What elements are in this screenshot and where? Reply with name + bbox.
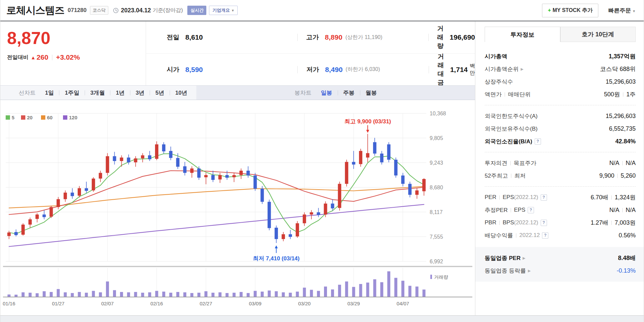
divider: [511, 208, 511, 212]
svg-text:20: 20: [27, 115, 33, 120]
svg-text:최고 9,900 (03/31): 최고 9,900 (03/31): [344, 118, 391, 125]
info-label: 투자의견목표주가: [485, 159, 536, 167]
divider: [516, 233, 516, 238]
page-header: 로체시스템즈 071280 코스닥 2023.04.12 기준(장마감) 실시간…: [0, 0, 644, 21]
quick-order-dropdown[interactable]: 빠른주문▼: [608, 7, 636, 14]
svg-text:02/07: 02/07: [101, 301, 114, 306]
tab-period-1[interactable]: 1주일: [65, 89, 79, 97]
divider: [499, 195, 500, 200]
divider: [52, 55, 52, 60]
investment-rows: 시가총액1,357억원시가총액순위▶코스닥 688위상장주식수15,296,60…: [485, 50, 636, 282]
info-value: 9,9005,260: [599, 172, 636, 179]
info-row: 외국인보유주식수(B)6,552,735: [485, 122, 636, 135]
info-value: 8.48배: [618, 254, 636, 262]
svg-text:03/29: 03/29: [347, 301, 360, 306]
info-row: PEREPS(2022.12)?6.70배1,324원: [485, 191, 636, 204]
divider: [622, 161, 623, 165]
tab-candle-2[interactable]: 월봉: [366, 89, 377, 97]
svg-text:02/27: 02/27: [200, 301, 212, 306]
tab-invest-info[interactable]: 투자정보: [485, 27, 560, 42]
change-label: 전일대비: [7, 54, 28, 61]
trade-value-unit: 백만: [470, 63, 475, 77]
company-overview-dropdown[interactable]: 기업개요▼: [209, 6, 238, 15]
svg-text:거래량: 거래량: [434, 274, 448, 280]
tab-period-4[interactable]: 3년: [136, 89, 144, 97]
info-label[interactable]: 시가총액순위▶: [485, 65, 523, 73]
svg-text:120: 120: [69, 115, 77, 120]
quote-date-suffix: 기준(장마감): [153, 7, 183, 14]
help-icon[interactable]: ?: [541, 194, 547, 201]
volume-value: 196,690: [450, 33, 475, 41]
info-label: PBRBPS(2022.12)?: [485, 219, 547, 226]
realtime-badge[interactable]: 실시간: [187, 6, 206, 15]
svg-text:최저 7,410 (03/14): 최저 7,410 (03/14): [253, 255, 300, 262]
industry-compare-block: 동일업종 PER▶8.48배동일업종 등락률▶-0.13%: [475, 247, 644, 282]
summary-row-2: 시가 8,590 저가 8,490 (하한가 6,030) 거래대금 1,714…: [146, 53, 475, 85]
chevron-right-icon: ▶: [521, 67, 523, 71]
current-price: 8,870: [7, 29, 146, 47]
tab-period-5[interactable]: 5년: [155, 89, 164, 97]
divider: [623, 92, 623, 97]
svg-text:04/07: 04/07: [397, 301, 409, 306]
chart-candle-tabs: 봉차트일봉주봉월봉: [196, 86, 475, 100]
help-icon[interactable]: ?: [542, 232, 548, 239]
info-label: 외국인소진율(B/A)?: [485, 138, 541, 145]
divider: [611, 221, 612, 225]
svg-text:9,243: 9,243: [430, 160, 443, 166]
tab-candle-1[interactable]: 주봉: [343, 89, 355, 97]
investment-info-panel: 투자정보호가 10단계 시가총액1,357억원시가총액순위▶코스닥 688위상장…: [475, 21, 644, 315]
main-content: 8,870 전일대비 ▲ 260 +3.02% 전일 8,610: [0, 21, 644, 315]
info-label[interactable]: 동일업종 등락률▶: [485, 267, 531, 275]
info-label: 추정PEREPS?: [485, 206, 534, 214]
tab-period-3[interactable]: 1년: [116, 89, 124, 97]
info-row: 외국인한도주식수(A)15,296,603: [485, 110, 636, 122]
stock-detail-page: 로체시스템즈 071280 코스닥 2023.04.12 기준(장마감) 실시간…: [0, 0, 644, 322]
tab-period-0[interactable]: 1일: [45, 89, 54, 97]
info-row: 추정PEREPS?N/AN/A: [485, 204, 636, 216]
help-icon[interactable]: ?: [528, 207, 534, 213]
info-row: 52주최고최저9,9005,260: [485, 169, 636, 182]
divider: [297, 34, 298, 41]
stock-name: 로체시스템즈: [6, 4, 64, 17]
market-badge: 코스닥: [90, 6, 108, 15]
chart-tabstrip: 선차트1일1주일3개월1년3년5년10년 봉차트일봉주봉월봉: [0, 85, 475, 100]
high-price-value: 8,890: [325, 33, 343, 41]
open-price-cell: 시가 8,590: [146, 65, 297, 74]
info-value: 500원1주: [604, 90, 636, 98]
svg-text:10,368: 10,368: [430, 111, 446, 116]
info-label: 외국인한도주식수(A): [485, 112, 538, 120]
info-row: 투자의견목표주가N/AN/A: [485, 157, 636, 169]
add-my-stock-button[interactable]: +MY STOCK 추가: [542, 4, 598, 17]
info-label: 52주최고최저: [485, 172, 526, 180]
tab-period-2[interactable]: 3개월: [90, 89, 105, 97]
tab-order-book[interactable]: 호가 10단계: [560, 27, 636, 42]
candle-chart-group-label: 봉차트: [295, 89, 312, 97]
svg-text:60: 60: [47, 115, 53, 120]
chevron-down-icon: ▼: [632, 9, 636, 13]
info-label: 액면가매매단위: [485, 91, 531, 98]
tab-period-6[interactable]: 10년: [175, 89, 187, 97]
info-label[interactable]: 동일업종 PER▶: [485, 254, 525, 262]
change-percent: +3.02%: [56, 53, 80, 61]
info-row: 상장주식수15,296,603: [485, 75, 636, 88]
help-icon[interactable]: ?: [535, 138, 541, 145]
svg-text:9,805: 9,805: [430, 135, 443, 141]
divider: [110, 90, 110, 95]
price-summary: 8,870 전일대비 ▲ 260 +3.02% 전일 8,610: [0, 21, 475, 85]
header-actions: +MY STOCK 추가 빠른주문▼: [542, 4, 638, 17]
prev-close-cell: 전일 8,610: [146, 33, 297, 42]
info-label: PEREPS(2022.12)?: [485, 194, 547, 201]
tab-candle-0[interactable]: 일봉: [321, 89, 332, 97]
info-value: 15,296,603: [606, 113, 636, 120]
help-icon[interactable]: ?: [541, 220, 547, 226]
divider: [622, 208, 623, 212]
volume-cell: 거래량 196,690: [428, 24, 475, 50]
divider: [360, 90, 360, 95]
change-value: 260: [37, 53, 48, 61]
divider: [297, 66, 298, 73]
divider: [611, 195, 612, 200]
plus-icon: +: [548, 7, 551, 13]
info-value: N/AN/A: [609, 160, 636, 167]
info-value: 6,552,735: [609, 125, 636, 132]
divider: [338, 90, 338, 95]
